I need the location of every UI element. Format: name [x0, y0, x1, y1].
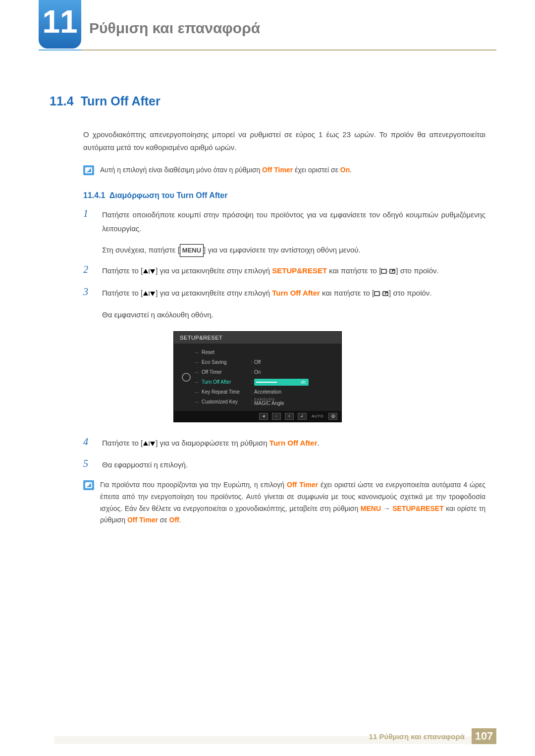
up-down-icon — [143, 265, 156, 279]
svg-rect-14 — [149, 441, 150, 446]
step3b: Θα εμφανιστεί η ακόλουθη οθόνη. — [102, 308, 485, 322]
note2-hl5: Off — [169, 516, 179, 524]
svg-rect-3 — [381, 269, 386, 273]
osd-row-value: MAGIC Angle — [254, 401, 284, 406]
step1b-post: ] για να εμφανίσετε την αντίστοιχη οθόνη… — [204, 246, 361, 254]
note2-p4: σε — [158, 516, 169, 524]
note-1: Αυτή η επιλογή είναι διαθέσιμη μόνο όταν… — [83, 164, 485, 176]
osd-title: SETUP&RESET — [174, 332, 341, 344]
osd-footer: ◄ − + ↲ AUTO ⏻ — [174, 411, 341, 422]
svg-marker-13 — [150, 442, 155, 446]
step2-mid2: και πατήστε το [ — [327, 266, 381, 275]
step-number-2: 2 — [83, 264, 93, 275]
step-number-5: 5 — [83, 458, 93, 469]
step-number-4: 4 — [83, 436, 93, 448]
osd-screenshot: SETUP&RESET Reset Eco Saving:Off Off Tim… — [173, 331, 342, 422]
osd-slider-value: 4h — [301, 379, 306, 386]
chapter-title: Ρύθμιση και επαναφορά — [89, 20, 260, 37]
osd-row-value: Off — [254, 359, 336, 365]
up-down-icon — [143, 287, 156, 302]
osd-plus-icon: + — [285, 413, 294, 420]
osd-row-label: Reset — [195, 350, 249, 355]
osd-row-label: Customized Key — [195, 399, 249, 404]
svg-marker-0 — [143, 269, 148, 273]
gear-icon — [182, 373, 191, 382]
note1-text-c: . — [350, 166, 352, 174]
step-number-3: 3 — [83, 286, 93, 298]
section-title: Turn Off After — [81, 94, 160, 108]
note2-hl4: Off Timer — [127, 516, 158, 524]
osd-row-label: Turn Off After — [195, 379, 249, 385]
osd-row-value: Acceleration — [254, 389, 336, 395]
up-down-icon — [143, 437, 156, 452]
note1-hl2: On — [340, 166, 350, 174]
svg-marker-12 — [143, 441, 148, 446]
step2-hl: SETUP&RESET — [272, 266, 327, 275]
step4-post: . — [318, 439, 320, 447]
osd-minus-icon: − — [272, 413, 281, 420]
svg-marker-7 — [150, 292, 155, 296]
osd-back-icon: ◄ — [259, 413, 268, 420]
subsection-title: Διαμόρφωση του Turn Off After — [109, 191, 228, 200]
step2-post: ] στο προϊόν. — [396, 266, 438, 275]
step4-pre: Πατήστε το [ — [102, 439, 143, 447]
note2-hl1: Off Timer — [287, 481, 318, 489]
osd-row-value: On — [254, 369, 336, 375]
step4-hl: Turn Off After — [269, 439, 318, 447]
svg-rect-9 — [374, 292, 379, 296]
osd-enter-icon: ↲ — [298, 413, 307, 420]
step2-mid1: ] για να μετακινηθείτε στην επιλογή — [156, 266, 272, 275]
note-icon — [83, 480, 94, 490]
step2-pre: Πατήστε το [ — [102, 266, 143, 275]
note2-p5: . — [179, 516, 181, 524]
osd-row-label: Key Repeat Time — [195, 389, 249, 395]
enter-source-icon — [374, 287, 389, 302]
step3-pre: Πατήστε το [ — [102, 289, 143, 297]
chapter-number-tab: 11 — [39, 0, 81, 49]
step3-mid2: και πατήστε το [ — [320, 289, 374, 297]
note-2: Για προϊόντα που προορίζονται για την Ευ… — [83, 479, 485, 526]
step5-text: Θα εφαρμοστεί η επιλογή. — [102, 458, 485, 472]
step-number-1: 1 — [83, 208, 93, 219]
svg-marker-6 — [143, 291, 148, 296]
svg-rect-8 — [149, 291, 150, 296]
enter-source-icon — [381, 265, 396, 279]
osd-power-icon: ⏻ — [328, 413, 337, 420]
step3-post: ] στο προϊόν. — [389, 289, 431, 297]
step1-text-a: Πατήστε οποιοδήποτε κουμπί στην πρόσοψη … — [102, 208, 485, 236]
note2-p1: Για προϊόντα που προορίζονται για την Ευ… — [100, 481, 287, 489]
header-rule — [39, 50, 496, 50]
osd-row-label: Eco Saving — [195, 359, 249, 365]
subsection-number: 11.4.1 — [83, 191, 105, 200]
step3-hl: Turn Off After — [272, 289, 320, 297]
intro-paragraph: Ο χρονοδιακόπτης απενεργοποίησης μπορεί … — [83, 128, 485, 153]
section-number: 11.4 — [50, 94, 74, 108]
note2-hl2: MENU — [361, 504, 381, 512]
note1-text-a: Αυτή η επιλογή είναι διαθέσιμη μόνο όταν… — [100, 166, 262, 174]
menu-button-icon: MENU — [180, 244, 204, 257]
svg-rect-4 — [388, 271, 388, 272]
osd-row-label: Off Timer — [195, 369, 249, 375]
arrow-icon: → — [381, 504, 392, 512]
osd-auto-label: AUTO — [311, 414, 324, 418]
footer-rule — [54, 736, 496, 744]
step4-mid: ] για να διαμορφώσετε τη ρύθμιση — [156, 439, 269, 447]
step3-mid1: ] για να μετακινηθείτε στην επιλογή — [156, 289, 272, 297]
osd-slider: 4h — [254, 379, 309, 386]
svg-marker-1 — [150, 269, 155, 274]
note2-hl3: SETUP&RESET — [392, 504, 443, 512]
step1b-pre: Στη συνέχεια, πατήστε [ — [102, 246, 180, 254]
note-icon — [83, 165, 94, 175]
note1-hl1: Off Timer — [262, 166, 293, 174]
note1-text-b: έχει οριστεί σε — [293, 166, 340, 174]
svg-rect-10 — [381, 293, 381, 294]
svg-rect-2 — [149, 269, 150, 274]
